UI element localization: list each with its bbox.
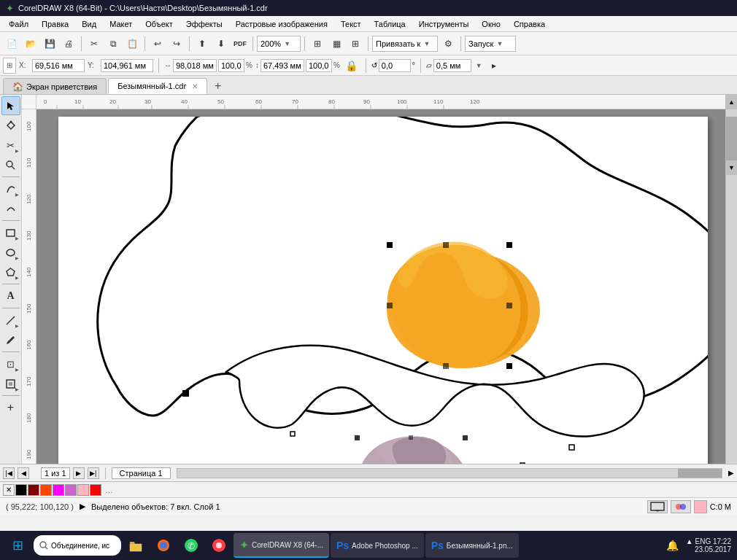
svg-rect-51 bbox=[443, 242, 449, 248]
tool-select[interactable] bbox=[1, 96, 20, 115]
save-button[interactable]: 💾 bbox=[41, 35, 58, 52]
height-input[interactable] bbox=[261, 59, 304, 72]
page-first-button[interactable]: |◀ bbox=[3, 467, 15, 479]
tool-add-bottom[interactable]: + bbox=[1, 398, 20, 417]
right-scrollbar[interactable]: ▲ ▼ bbox=[725, 95, 737, 464]
menu-tools[interactable]: Инструменты bbox=[413, 18, 475, 30]
color-swatch-6[interactable] bbox=[90, 484, 101, 496]
taskbar-photoshop2-app[interactable]: Ps Безымянный-1.pn... bbox=[425, 533, 519, 558]
bottom-right-arrow[interactable]: ▶ bbox=[728, 469, 734, 477]
bottom-nav-bar: |◀ ◀ 1 из 1 ▶ ▶| Страница 1 ▶ bbox=[0, 464, 737, 481]
options-button[interactable]: ⚙ bbox=[439, 35, 457, 52]
menu-text[interactable]: Текст bbox=[335, 18, 367, 30]
menu-view[interactable]: Вид bbox=[76, 18, 102, 30]
width-input[interactable] bbox=[173, 59, 217, 72]
tool-pen[interactable] bbox=[1, 330, 20, 349]
color-swatch-4[interactable] bbox=[65, 484, 77, 496]
bottom-scroll-thumb[interactable] bbox=[678, 469, 722, 478]
width-pct-input[interactable] bbox=[218, 59, 244, 72]
tab-close-icon[interactable]: ✕ bbox=[192, 82, 198, 90]
height-pct-input[interactable] bbox=[306, 59, 332, 72]
import-button[interactable]: ⬆ bbox=[193, 35, 211, 52]
scroll-track[interactable] bbox=[726, 117, 737, 160]
color-swatch-2[interactable] bbox=[40, 484, 52, 496]
tool-fill[interactable]: ⊡ ▶ bbox=[1, 354, 20, 373]
new-button[interactable]: 📄 bbox=[3, 35, 20, 52]
cut-button[interactable]: ✂ bbox=[85, 35, 103, 52]
tool-interactive[interactable]: ▶ bbox=[1, 374, 20, 393]
taskbar-file-explorer[interactable] bbox=[123, 532, 149, 559]
menu-window[interactable]: Окно bbox=[476, 18, 506, 30]
bottom-scrollbar[interactable] bbox=[177, 468, 722, 478]
tab-add-button[interactable]: + bbox=[209, 78, 227, 94]
taskbar-coreldraw-app[interactable]: ✦ CorelDRAW X8 (64-... bbox=[234, 533, 329, 558]
tool-rect[interactable]: ▶ bbox=[1, 223, 20, 242]
page-tab-1[interactable]: Страница 1 bbox=[112, 467, 171, 479]
pdf-button[interactable]: PDF bbox=[231, 35, 249, 52]
tool-line[interactable]: ▶ bbox=[1, 311, 20, 330]
tab-welcome[interactable]: 🏠 Экран приветствия bbox=[3, 78, 107, 94]
tool-ellipse[interactable]: ▶ bbox=[1, 243, 20, 262]
taskbar-search-box[interactable] bbox=[34, 535, 121, 556]
angle-input[interactable] bbox=[379, 59, 411, 72]
canvas-viewport[interactable] bbox=[36, 109, 725, 464]
menu-layout[interactable]: Макет bbox=[104, 18, 138, 30]
menu-object[interactable]: Объект bbox=[139, 18, 178, 30]
page-prev-button[interactable]: ◀ bbox=[18, 467, 29, 479]
fullscreen-btn[interactable]: ⊞ bbox=[309, 35, 326, 52]
paste-button[interactable]: 📋 bbox=[123, 35, 141, 52]
menu-table[interactable]: Таблица bbox=[368, 18, 412, 30]
export-button[interactable]: ⬇ bbox=[212, 35, 230, 52]
scroll-down-button[interactable]: ▼ bbox=[726, 160, 737, 175]
stroke-input[interactable] bbox=[433, 59, 471, 72]
svg-text:0: 0 bbox=[44, 98, 47, 105]
menu-bitmaps[interactable]: Растровые изображения bbox=[230, 18, 333, 30]
x-input[interactable] bbox=[32, 59, 85, 72]
y-input[interactable] bbox=[101, 59, 153, 72]
page-last-button[interactable]: ▶| bbox=[88, 467, 99, 479]
menu-help[interactable]: Справка bbox=[508, 18, 551, 30]
svg-point-72 bbox=[680, 504, 686, 510]
tool-zoom[interactable] bbox=[1, 155, 20, 174]
snap-dropdown[interactable]: Привязать к ▼ bbox=[372, 36, 438, 52]
no-color-swatch[interactable]: ✕ bbox=[3, 484, 15, 496]
color-swatch-0[interactable] bbox=[15, 484, 27, 496]
tab-document[interactable]: Безымянный-1.cdr ✕ bbox=[108, 78, 207, 94]
svg-text:140: 140 bbox=[26, 267, 32, 277]
tool-shape[interactable] bbox=[1, 116, 20, 135]
tool-text[interactable]: A bbox=[1, 287, 20, 306]
grid-btn1[interactable]: ▦ bbox=[328, 35, 345, 52]
open-button[interactable]: 📂 bbox=[22, 35, 39, 52]
zoom-dropdown[interactable]: 200% ▼ bbox=[257, 36, 301, 52]
print-button[interactable]: 🖨 bbox=[60, 35, 77, 52]
menu-edit[interactable]: Правка bbox=[36, 18, 74, 30]
tool-crop[interactable]: ✂ ▶ bbox=[1, 136, 20, 155]
zoom-arrow: ▼ bbox=[284, 40, 290, 47]
page-next-button[interactable]: ▶ bbox=[73, 467, 85, 479]
menu-effects[interactable]: Эффекты bbox=[180, 18, 228, 30]
run-dropdown[interactable]: Запуск ▼ bbox=[465, 36, 516, 52]
taskbar-itunes[interactable] bbox=[206, 532, 232, 559]
color-swatch-1[interactable] bbox=[28, 484, 39, 496]
taskbar-phone[interactable]: ✆ bbox=[178, 532, 204, 559]
tool-freehand[interactable]: ▶ bbox=[1, 179, 20, 198]
color-swatch-3[interactable] bbox=[53, 484, 64, 496]
start-button[interactable]: ⊞ bbox=[3, 532, 32, 559]
menu-file[interactable]: Файл bbox=[3, 18, 34, 30]
status-expand-arrow[interactable]: ▶ bbox=[80, 502, 85, 511]
right-options[interactable]: ▸ bbox=[485, 57, 503, 74]
redo-button[interactable]: ↪ bbox=[168, 35, 185, 52]
lock-ratio-button[interactable]: 🔒 bbox=[343, 57, 360, 74]
color-swatch-5[interactable] bbox=[77, 484, 89, 496]
taskbar-search-input[interactable] bbox=[51, 542, 109, 550]
taskbar-photoshop-app[interactable]: Ps Adobe Photoshop ... bbox=[331, 533, 424, 558]
grid-btn2[interactable]: ⊞ bbox=[347, 35, 364, 52]
taskbar-browser[interactable] bbox=[150, 532, 177, 559]
scroll-up-button[interactable]: ▲ bbox=[726, 95, 737, 109]
tool-polygon[interactable]: ▶ bbox=[1, 262, 20, 281]
scroll-thumb[interactable] bbox=[726, 117, 737, 160]
copy-button[interactable]: ⧉ bbox=[104, 35, 122, 52]
undo-button[interactable]: ↩ bbox=[149, 35, 166, 52]
taskbar-notification-icon[interactable]: 🔔 bbox=[663, 535, 683, 556]
tool-curve[interactable] bbox=[1, 199, 20, 218]
